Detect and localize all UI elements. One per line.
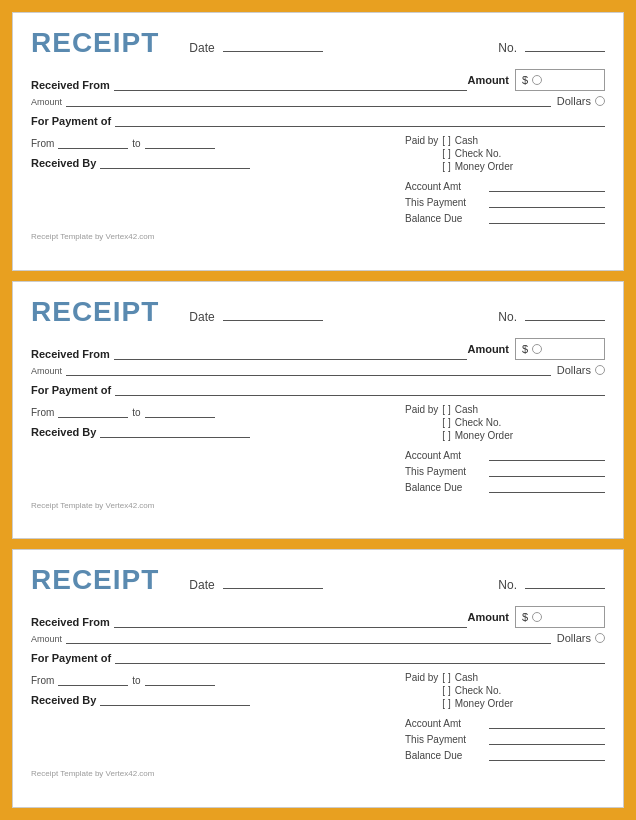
dollar-input-3[interactable]: $ bbox=[515, 606, 605, 628]
received-by-label-1: Received By bbox=[31, 157, 96, 169]
received-by-label-3: Received By bbox=[31, 694, 96, 706]
received-from-field-1[interactable] bbox=[114, 75, 468, 91]
balance-due-line-1[interactable] bbox=[489, 210, 605, 224]
this-payment-row-1: This Payment bbox=[405, 194, 605, 208]
to-field-3[interactable] bbox=[145, 672, 215, 686]
paid-by-row-1: Paid by [ ] Cash [ ] Check No. [ ] Money bbox=[405, 135, 605, 172]
money-order-option-1[interactable]: [ ] Money Order bbox=[442, 161, 513, 172]
check-option-2[interactable]: [ ] Check No. bbox=[442, 417, 513, 428]
no-line-2[interactable] bbox=[525, 320, 605, 321]
received-from-row-3: Received From Amount $ bbox=[31, 606, 605, 628]
receipt-title-2: RECEIPT bbox=[31, 296, 159, 328]
amount-label-2: Amount bbox=[467, 343, 509, 355]
this-payment-line-1[interactable] bbox=[489, 194, 605, 208]
receipt-block-1: RECEIPT Date No. Received From Amount bbox=[12, 12, 624, 271]
amount-row-1: Amount Dollars bbox=[31, 93, 605, 107]
balance-due-row-2: Balance Due bbox=[405, 479, 605, 493]
from-to-row-2: From to bbox=[31, 404, 385, 418]
dollar-input-2[interactable]: $ bbox=[515, 338, 605, 360]
dollar-sign-1: $ bbox=[522, 74, 528, 86]
from-label-2: From bbox=[31, 407, 54, 418]
to-label-2: to bbox=[132, 407, 140, 418]
dollar-input-1[interactable]: $ bbox=[515, 69, 605, 91]
from-field-2[interactable] bbox=[58, 404, 128, 418]
amount-box-2: Amount $ bbox=[467, 338, 605, 360]
checkbox-options-2: [ ] Cash [ ] Check No. [ ] Money Order bbox=[442, 404, 513, 441]
this-payment-label-1: This Payment bbox=[405, 197, 485, 208]
date-line-2[interactable] bbox=[223, 320, 323, 321]
balance-due-line-3[interactable] bbox=[489, 747, 605, 761]
amount-row-line-3[interactable] bbox=[66, 630, 551, 644]
received-from-field-2[interactable] bbox=[114, 344, 468, 360]
receipt-footer-2: Receipt Template by Vertex42.com bbox=[31, 501, 605, 510]
for-payment-field-2[interactable] bbox=[115, 380, 605, 396]
account-amt-row-1: Account Amt bbox=[405, 178, 605, 192]
received-from-label-3: Received From bbox=[31, 616, 110, 628]
amount-row-line-1[interactable] bbox=[66, 93, 551, 107]
received-by-field-3[interactable] bbox=[100, 692, 250, 706]
date-line-1[interactable] bbox=[223, 51, 323, 52]
to-field-2[interactable] bbox=[145, 404, 215, 418]
page-wrapper: RECEIPT Date No. Received From Amount bbox=[0, 0, 636, 820]
dollar-sign-3: $ bbox=[522, 611, 528, 623]
received-from-label-1: Received From bbox=[31, 79, 110, 91]
amount-row-label-1: Amount bbox=[31, 97, 62, 107]
dollar-circle-1 bbox=[532, 75, 542, 85]
received-by-field-2[interactable] bbox=[100, 424, 250, 438]
this-payment-line-2[interactable] bbox=[489, 463, 605, 477]
money-order-option-2[interactable]: [ ] Money Order bbox=[442, 430, 513, 441]
account-amt-line-1[interactable] bbox=[489, 178, 605, 192]
middle-section-1: From to Received By Paid by [ ] Cas bbox=[31, 135, 605, 226]
balance-due-line-2[interactable] bbox=[489, 479, 605, 493]
account-amt-row-2: Account Amt bbox=[405, 447, 605, 461]
money-order-option-3[interactable]: [ ] Money Order bbox=[442, 698, 513, 709]
checkbox-options-1: [ ] Cash [ ] Check No. [ ] Money Order bbox=[442, 135, 513, 172]
account-amt-label-3: Account Amt bbox=[405, 718, 485, 729]
amount-row-2: Amount Dollars bbox=[31, 362, 605, 376]
cash-option-2[interactable]: [ ] Cash bbox=[442, 404, 513, 415]
account-amt-line-2[interactable] bbox=[489, 447, 605, 461]
from-to-row-1: From to bbox=[31, 135, 385, 149]
received-by-row-1: Received By bbox=[31, 155, 385, 169]
received-from-field-3[interactable] bbox=[114, 612, 468, 628]
receipt-header-1: RECEIPT Date No. bbox=[31, 27, 605, 59]
received-from-left-1: Received From bbox=[31, 75, 467, 91]
account-amt-line-3[interactable] bbox=[489, 715, 605, 729]
to-field-1[interactable] bbox=[145, 135, 215, 149]
paid-by-row-2: Paid by [ ] Cash [ ] Check No. [ ] Money bbox=[405, 404, 605, 441]
for-payment-row-2: For Payment of bbox=[31, 380, 605, 396]
header-date-2: Date bbox=[189, 310, 322, 324]
dollars-circle-3 bbox=[595, 633, 605, 643]
check-option-3[interactable]: [ ] Check No. bbox=[442, 685, 513, 696]
receipt-title-1: RECEIPT bbox=[31, 27, 159, 59]
from-label-1: From bbox=[31, 138, 54, 149]
cash-option-1[interactable]: [ ] Cash bbox=[442, 135, 513, 146]
right-section-3: Paid by [ ] Cash [ ] Check No. [ ] Money bbox=[405, 672, 605, 763]
date-line-3[interactable] bbox=[223, 588, 323, 589]
check-option-1[interactable]: [ ] Check No. bbox=[442, 148, 513, 159]
receipt-footer-1: Receipt Template by Vertex42.com bbox=[31, 232, 605, 241]
cash-option-3[interactable]: [ ] Cash bbox=[442, 672, 513, 683]
date-label-3: Date bbox=[189, 578, 214, 592]
amount-row-line-2[interactable] bbox=[66, 362, 551, 376]
no-line-3[interactable] bbox=[525, 588, 605, 589]
balance-due-label-1: Balance Due bbox=[405, 213, 485, 224]
for-payment-label-2: For Payment of bbox=[31, 384, 111, 396]
dollars-label-2: Dollars bbox=[557, 364, 605, 376]
received-by-field-1[interactable] bbox=[100, 155, 250, 169]
this-payment-row-3: This Payment bbox=[405, 731, 605, 745]
for-payment-field-3[interactable] bbox=[115, 648, 605, 664]
this-payment-row-2: This Payment bbox=[405, 463, 605, 477]
no-line-1[interactable] bbox=[525, 51, 605, 52]
date-label-1: Date bbox=[189, 41, 214, 55]
dollar-sign-2: $ bbox=[522, 343, 528, 355]
for-payment-field-1[interactable] bbox=[115, 111, 605, 127]
from-field-1[interactable] bbox=[58, 135, 128, 149]
from-field-3[interactable] bbox=[58, 672, 128, 686]
this-payment-line-3[interactable] bbox=[489, 731, 605, 745]
received-by-row-2: Received By bbox=[31, 424, 385, 438]
payment-summary-2: Account Amt This Payment Balance Due bbox=[405, 447, 605, 493]
header-no-3: No. bbox=[498, 578, 605, 592]
received-from-row-1: Received From Amount $ bbox=[31, 69, 605, 91]
received-by-row-3: Received By bbox=[31, 692, 385, 706]
